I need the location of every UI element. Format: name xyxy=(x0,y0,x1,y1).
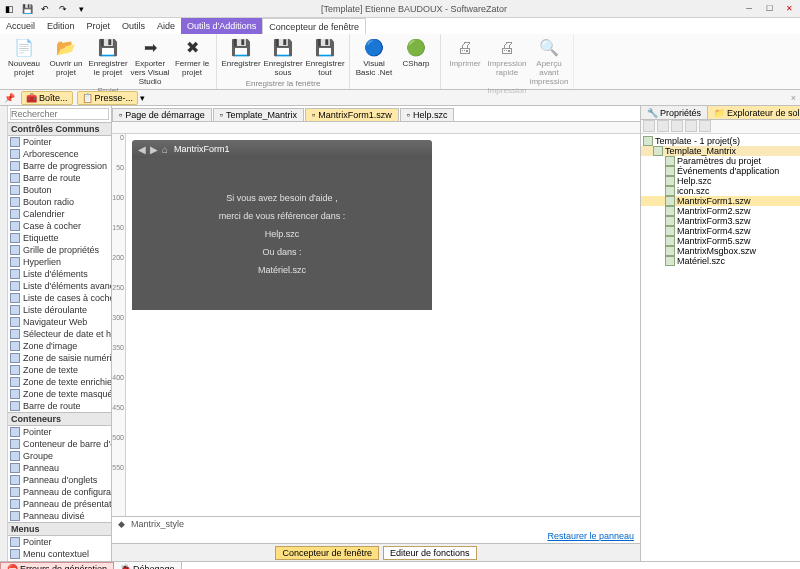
dropdown-icon[interactable]: ▾ xyxy=(140,93,145,103)
toolbox-item[interactable]: Conteneur de barre d'outils xyxy=(8,438,111,450)
subtab-toolbox[interactable]: 🧰Boîte... xyxy=(21,91,73,105)
toolbox-item[interactable]: Panneau d'onglets xyxy=(8,474,111,486)
menu-aide[interactable]: Aide xyxy=(151,18,181,34)
tree-node[interactable]: icon.szc xyxy=(641,186,800,196)
doctab-start[interactable]: ▫Page de démarrage xyxy=(112,108,212,121)
minimize-button[interactable]: ─ xyxy=(740,2,758,16)
toolbox-cat-menus[interactable]: Menus xyxy=(8,522,111,536)
qat-save-icon[interactable]: 💾 xyxy=(20,2,34,16)
menu-projet[interactable]: Projet xyxy=(81,18,117,34)
tree-solution[interactable]: Template - 1 projet(s) xyxy=(641,136,800,146)
toolbox-item[interactable]: Barre de progression xyxy=(8,160,111,172)
nav-forward-icon[interactable]: ▶ xyxy=(150,144,158,155)
menu-edition[interactable]: Edition xyxy=(41,18,81,34)
toolbox-item[interactable]: Pointer xyxy=(8,426,111,438)
toolbox-item[interactable]: Panneau de présentation en xyxy=(8,498,111,510)
toolbar-btn[interactable] xyxy=(643,120,655,132)
toolbox-item[interactable]: Bouton xyxy=(8,184,111,196)
toolbox-cat-common[interactable]: Contrôles Communs xyxy=(8,122,111,136)
right-tab-properties[interactable]: 🔧Propriétés xyxy=(641,106,708,119)
qat-more-icon[interactable]: ▾ xyxy=(74,2,88,16)
tree-project[interactable]: Template_Mantrix xyxy=(641,146,800,156)
menu-outils[interactable]: Outils xyxy=(116,18,151,34)
pin-icon[interactable]: 📌 xyxy=(0,93,19,103)
form-window[interactable]: ◀ ▶ ⌂ MantrixForm1 Si vous avez besoin d… xyxy=(132,140,432,310)
toolbox-item[interactable]: Zone de saisie numérique xyxy=(8,352,111,364)
toolbar-btn[interactable] xyxy=(657,120,669,132)
toolbox-item[interactable]: Liste déroulante xyxy=(8,304,111,316)
toolbox-item[interactable]: Calendrier xyxy=(8,208,111,220)
tree-node[interactable]: MantrixForm4.szw xyxy=(641,226,800,236)
toolbox-item[interactable]: Arborescence xyxy=(8,148,111,160)
qat-undo-icon[interactable]: ↶ xyxy=(38,2,52,16)
subtab-clipboard[interactable]: 📋Presse-... xyxy=(77,91,139,105)
toolbox-item[interactable]: Bouton radio xyxy=(8,196,111,208)
toolbox-item[interactable]: Navigateur Web xyxy=(8,316,111,328)
toolbox-item[interactable]: Sélecteur de date et heure xyxy=(8,328,111,340)
toolbox-item[interactable]: Liste d'éléments xyxy=(8,268,111,280)
toolbar-btn[interactable] xyxy=(699,120,711,132)
toolbox-item[interactable]: Liste d'éléments avancé xyxy=(8,280,111,292)
tree-node[interactable]: MantrixForm2.szw xyxy=(641,206,800,216)
panel-close-icon[interactable]: × xyxy=(791,93,800,103)
toolbox-item[interactable]: Barre d'état xyxy=(8,560,111,561)
tree-node[interactable]: Événements d'application xyxy=(641,166,800,176)
ribbon-close-project[interactable]: ✖Fermer le projet xyxy=(172,36,212,78)
style-component-icon[interactable]: ◆ xyxy=(118,519,125,529)
toolbox-cat-containers[interactable]: Conteneurs xyxy=(8,412,111,426)
design-canvas[interactable]: ◀ ▶ ⌂ MantrixForm1 Si vous avez besoin d… xyxy=(126,134,640,516)
ribbon-save-all[interactable]: 💾Enregistrer tout xyxy=(305,36,345,78)
menu-accueil[interactable]: Accueil xyxy=(0,18,41,34)
ribbon-csharp[interactable]: 🟢CSharp xyxy=(396,36,436,69)
tree-node[interactable]: MantrixForm5.szw xyxy=(641,236,800,246)
mode-functions-button[interactable]: Editeur de fonctions xyxy=(383,546,477,560)
maximize-button[interactable]: ☐ xyxy=(760,2,778,16)
toolbox-item[interactable]: Pointer xyxy=(8,536,111,548)
toolbar-btn[interactable] xyxy=(685,120,697,132)
bottom-tab-errors[interactable]: ⛔Erreurs de génération xyxy=(0,562,114,569)
restore-panel-link[interactable]: Restaurer le panneau xyxy=(547,531,640,543)
toolbox-item[interactable]: Barre de route xyxy=(8,172,111,184)
close-button[interactable]: ✕ xyxy=(780,2,798,16)
nav-home-icon[interactable]: ⌂ xyxy=(162,144,168,155)
tree-node[interactable]: Matériel.szc xyxy=(641,256,800,266)
ribbon-open-project[interactable]: 📂Ouvrir un projet xyxy=(46,36,86,78)
left-strip[interactable] xyxy=(0,106,8,561)
toolbox-search-input[interactable] xyxy=(10,108,109,120)
toolbox-item[interactable]: Etiquette xyxy=(8,232,111,244)
ribbon-save[interactable]: 💾Enregistrer xyxy=(221,36,261,69)
toolbox-item[interactable]: Menu contextuel xyxy=(8,548,111,560)
ribbon-new-project[interactable]: 📄Nouveau projet xyxy=(4,36,44,78)
tree-node[interactable]: Paramètres du projet xyxy=(641,156,800,166)
toolbar-btn[interactable] xyxy=(671,120,683,132)
menu-addon-tools[interactable]: Outils d'Additions xyxy=(181,18,262,34)
toolbox-item[interactable]: Case à cocher xyxy=(8,220,111,232)
toolbox-item[interactable]: Panneau divisé xyxy=(8,510,111,522)
ribbon-export-vs[interactable]: ➡Exporter vers Visual Studio xyxy=(130,36,170,86)
toolbox-item[interactable]: Zone de texte xyxy=(8,364,111,376)
toolbox-item[interactable]: Panneau de configuration de xyxy=(8,486,111,498)
tree-node[interactable]: MantrixForm3.szw xyxy=(641,216,800,226)
toolbox-item[interactable]: Zone de texte enrichie xyxy=(8,376,111,388)
doctab-help[interactable]: ▫Help.szc xyxy=(400,108,455,121)
right-tab-explorer[interactable]: 📁Explorateur de solution xyxy=(708,106,800,119)
toolbox-item[interactable]: Panneau xyxy=(8,462,111,474)
toolbox-item[interactable]: Zone d'image xyxy=(8,340,111,352)
toolbox-item[interactable]: Zone de texte masquée xyxy=(8,388,111,400)
doctab-mantrixform1[interactable]: ▫MantrixForm1.szw xyxy=(305,108,399,121)
nav-back-icon[interactable]: ◀ xyxy=(138,144,146,155)
toolbox-item[interactable]: Grille de propriétés xyxy=(8,244,111,256)
doctab-template[interactable]: ▫Template_Mantrix xyxy=(213,108,304,121)
mode-designer-button[interactable]: Concepteur de fenêtre xyxy=(275,546,379,560)
style-component[interactable]: Mantrix_style xyxy=(131,519,184,529)
bottom-tab-debug[interactable]: 🐞Débogage xyxy=(114,562,182,569)
toolbox-item[interactable]: Hyperlien xyxy=(8,256,111,268)
toolbox-item[interactable]: Groupe xyxy=(8,450,111,462)
toolbox-item[interactable]: Pointer xyxy=(8,136,111,148)
ribbon-save-as[interactable]: 💾Enregistrer sous xyxy=(263,36,303,78)
menu-window-designer[interactable]: Concepteur de fenêtre xyxy=(262,18,366,34)
toolbox-item[interactable]: Barre de route xyxy=(8,400,111,412)
tree-node[interactable]: MantrixMsgbox.szw xyxy=(641,246,800,256)
ribbon-save-project[interactable]: 💾Enregistrer le projet xyxy=(88,36,128,78)
toolbox-item[interactable]: Liste de cases à coche xyxy=(8,292,111,304)
